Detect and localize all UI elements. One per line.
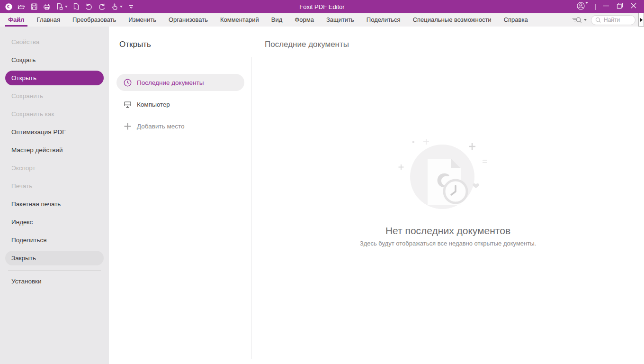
sidebar-item-save: Сохранить: [5, 89, 104, 103]
quick-access-toolbar: [0, 2, 135, 11]
sidebar-item-pdf-optimize[interactable]: Оптимизация PDF: [5, 125, 104, 139]
toolbar-expand-button[interactable]: [638, 13, 644, 27]
hand-icon: [110, 2, 119, 11]
hand-tool[interactable]: [110, 2, 123, 11]
undo-icon[interactable]: [85, 2, 93, 11]
titlebar-separator: [595, 4, 596, 10]
convert-tool[interactable]: [55, 2, 68, 11]
window-controls: [576, 1, 644, 12]
tab-organize[interactable]: Организовать: [162, 13, 214, 27]
account-icon: [576, 1, 585, 10]
tab-view[interactable]: Вид: [265, 13, 289, 27]
expand-arrow-icon: [640, 18, 643, 22]
sidebar-item-close[interactable]: Закрыть: [5, 251, 104, 265]
tab-edit[interactable]: Изменить: [122, 13, 162, 27]
menubar-right: Найти: [572, 15, 644, 25]
recent-documents-panel: Последние документы Нет послед: [252, 27, 644, 364]
sidebar-item-print: Печать: [5, 179, 104, 193]
quick-find-icon: [572, 16, 582, 24]
sidebar-item-open[interactable]: Открыть: [5, 71, 104, 85]
empty-state-title: Нет последних документов: [385, 225, 510, 237]
menu-bar: Файл Главная Преобразовать Изменить Орга…: [0, 13, 644, 27]
open-panel-title: Открыть: [119, 40, 251, 49]
account-dropdown-caret: [585, 2, 588, 12]
sidebar-item-preferences[interactable]: Установки: [5, 274, 104, 289]
file-backstage: Свойства Создать Открыть Сохранить Сохра…: [0, 27, 644, 364]
hand-dropdown-caret: [120, 6, 123, 8]
quick-find-tool[interactable]: [572, 16, 587, 24]
tab-convert[interactable]: Преобразовать: [66, 13, 122, 27]
file-sidebar: Свойства Создать Открыть Сохранить Сохра…: [0, 27, 109, 364]
plus-icon: [123, 122, 132, 131]
minimize-button[interactable]: [603, 2, 609, 11]
place-add[interactable]: Добавить место: [116, 118, 244, 135]
close-button[interactable]: [630, 2, 637, 11]
sidebar-item-properties: Свойства: [5, 35, 104, 49]
tab-file[interactable]: Файл: [2, 13, 31, 27]
place-label: Последние документы: [137, 79, 204, 86]
print-icon[interactable]: [43, 2, 51, 11]
search-icon: [595, 17, 601, 23]
place-label: Компьютер: [137, 101, 170, 108]
tab-protect[interactable]: Защитить: [320, 13, 360, 27]
recent-panel-title: Последние документы: [265, 40, 644, 49]
clock-icon: [123, 78, 132, 87]
title-bar: Foxit PDF Editor: [0, 0, 644, 13]
save-icon[interactable]: [30, 2, 38, 11]
computer-icon: [123, 100, 132, 109]
place-computer[interactable]: Компьютер: [116, 96, 244, 113]
place-recent-documents[interactable]: Последние документы: [116, 74, 244, 91]
sidebar-divider: [8, 270, 101, 271]
empty-state: Нет последних документов Здесь будут ото…: [252, 135, 644, 247]
sidebar-item-index[interactable]: Индекс: [5, 215, 104, 229]
convert-dropdown-caret: [65, 6, 68, 8]
restore-button[interactable]: [617, 2, 623, 11]
open-place-list: Последние документы Компьютер Добавить м…: [116, 74, 244, 135]
tab-help[interactable]: Справка: [498, 13, 534, 27]
empty-state-illustration: [386, 135, 510, 220]
search-placeholder: Найти: [604, 17, 620, 23]
account-menu[interactable]: [576, 1, 588, 12]
search-input[interactable]: Найти: [591, 15, 635, 25]
create-pdf-icon[interactable]: [72, 2, 80, 11]
sidebar-item-action-wizard[interactable]: Мастер действий: [5, 143, 104, 157]
tab-comment[interactable]: Комментарий: [214, 13, 265, 27]
sidebar-item-batch-print[interactable]: Пакетная печать: [5, 197, 104, 211]
tab-home[interactable]: Главная: [31, 13, 66, 27]
tab-share[interactable]: Поделиться: [360, 13, 407, 27]
sidebar-item-create[interactable]: Создать: [5, 53, 104, 67]
tab-accessibility[interactable]: Специальные возможности: [407, 13, 498, 27]
open-file-icon[interactable]: [17, 2, 26, 11]
empty-state-subtitle: Здесь будут отображаться все недавно отк…: [360, 240, 536, 247]
sidebar-item-save-as: Сохранить как: [5, 107, 104, 121]
sidebar-item-share[interactable]: Поделиться: [5, 233, 104, 247]
convert-icon: [55, 2, 64, 11]
foxit-logo-icon: [4, 2, 13, 11]
customize-quick-access-icon[interactable]: [127, 2, 135, 11]
open-panel: Открыть Последние документы Компьютер: [109, 27, 251, 364]
sidebar-item-export: Экспорт: [5, 161, 104, 175]
place-label: Добавить место: [137, 123, 185, 130]
tab-form[interactable]: Форма: [288, 13, 320, 27]
redo-icon[interactable]: [98, 2, 106, 11]
quick-find-caret: [584, 19, 587, 21]
